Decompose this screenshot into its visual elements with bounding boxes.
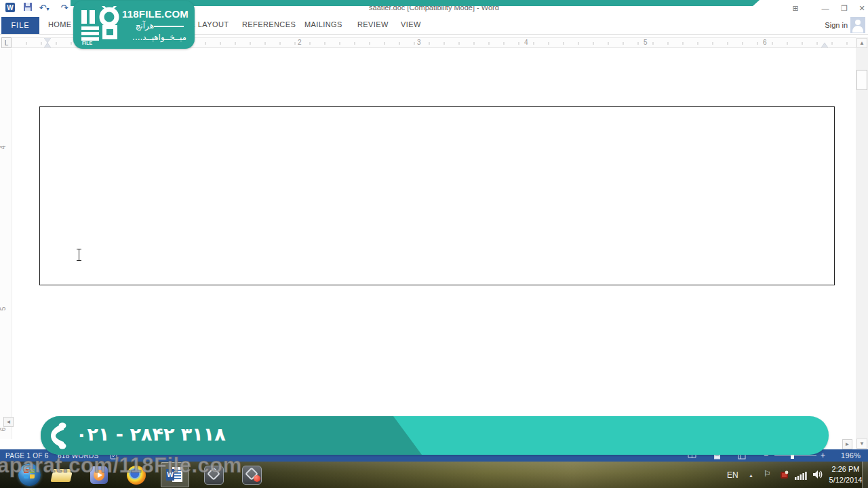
- vertical-scroll-thumb[interactable]: [856, 70, 867, 90]
- language-indicator[interactable]: EN: [727, 470, 738, 480]
- vertical-ruler[interactable]: 4 5 6: [0, 49, 12, 439]
- scroll-left-button[interactable]: ◄: [3, 417, 14, 427]
- show-desktop-button[interactable]: [862, 462, 868, 488]
- svg-text:FILE: FILE: [82, 41, 92, 45]
- tab-selector[interactable]: L: [1, 37, 12, 48]
- ribbon-display-options-button[interactable]: ⊞: [787, 2, 804, 14]
- scroll-up-button[interactable]: ▲: [856, 38, 867, 48]
- logo-tagline-1: هرآنچ: [136, 21, 186, 30]
- minimize-button[interactable]: —: [816, 2, 834, 14]
- sign-in-button[interactable]: Sign in: [825, 21, 848, 29]
- ruler-number: 5: [644, 39, 648, 46]
- zoom-in-button[interactable]: +: [821, 451, 825, 460]
- zoom-slider-track[interactable]: [774, 455, 816, 457]
- avatar[interactable]: [850, 17, 865, 33]
- ruler-number: 6: [763, 39, 767, 46]
- ruler-number: 4: [524, 39, 528, 46]
- tab-review[interactable]: REVIEW: [357, 20, 389, 28]
- ruler-number: 5: [0, 307, 7, 311]
- security-alert-icon[interactable]: [780, 470, 789, 482]
- vertical-scrollbar[interactable]: ▲ ▼: [856, 37, 868, 449]
- 118file-logo-icon: FILE: [80, 6, 122, 45]
- text-frame-border: [39, 106, 835, 285]
- mouse-ibeam-cursor: [76, 249, 81, 261]
- close-button[interactable]: ✕: [853, 2, 868, 14]
- phone-icon: [46, 421, 75, 453]
- screen-recorder-icon[interactable]: [242, 465, 262, 485]
- watermark-text: aparat.com/118File.com: [0, 453, 242, 478]
- action-center-flag-icon[interactable]: ⚐: [764, 469, 771, 479]
- first-line-indent-marker[interactable]: [44, 38, 51, 43]
- logo-tagline-2: میــخــواهیــد....: [132, 33, 186, 42]
- tab-mailings[interactable]: MAILINGS: [304, 20, 342, 28]
- tab-file[interactable]: FILE: [1, 17, 39, 34]
- network-signal-icon[interactable]: [795, 472, 807, 482]
- 118file-logo-badge: FILE 118FILE.COM هرآنچ میــخــواهیــد...…: [73, 1, 195, 49]
- phone-number: ۰۲۱ - ۲۸۴۲ ۳۱۱۸: [76, 424, 226, 445]
- hanging-indent-marker[interactable]: [44, 43, 51, 47]
- tray-time: 2:26 PM: [826, 464, 865, 474]
- scroll-down-button[interactable]: ▼: [856, 439, 867, 449]
- zoom-level[interactable]: 196%: [841, 451, 861, 460]
- speaker-icon[interactable]: [812, 470, 823, 481]
- restore-button[interactable]: ❐: [835, 2, 853, 14]
- tray-expand-icon[interactable]: ▲: [749, 473, 753, 478]
- logo-site-name: 118FILE.COM: [122, 8, 189, 20]
- phone-banner: ۰۲۱ - ۲۸۴۲ ۳۱۱۸: [41, 416, 829, 455]
- tray-date: 5/12/2014: [826, 474, 865, 485]
- right-indent-marker[interactable]: [821, 43, 828, 47]
- document-page[interactable]: [0, 49, 856, 449]
- taskbar-clock[interactable]: 2:26 PM 5/12/2014: [826, 464, 865, 485]
- ruler-number: 6: [0, 428, 7, 432]
- ruler-number: 3: [417, 39, 421, 46]
- ruler-number: 4: [0, 146, 7, 150]
- ruler-number: 2: [298, 39, 302, 46]
- tab-view[interactable]: VIEW: [401, 20, 421, 28]
- scroll-right-button[interactable]: ►: [842, 439, 852, 449]
- tab-references[interactable]: REFERENCES: [242, 20, 296, 28]
- tab-home[interactable]: HOME: [48, 20, 72, 28]
